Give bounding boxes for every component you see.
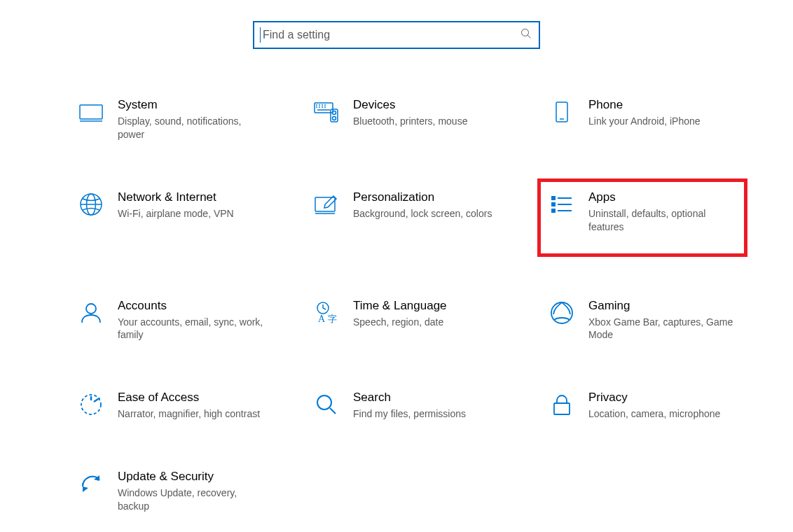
svg-rect-41 bbox=[554, 403, 570, 414]
card-title: Devices bbox=[353, 98, 467, 112]
settings-card-search[interactable]: Search Find my files, permissions bbox=[305, 384, 516, 428]
svg-line-1 bbox=[527, 35, 530, 38]
ease-of-access-icon bbox=[77, 391, 105, 419]
search-input[interactable] bbox=[261, 28, 520, 42]
card-subtitle: Wi-Fi, airplane mode, VPN bbox=[118, 207, 234, 220]
card-subtitle: Find my files, permissions bbox=[353, 407, 466, 421]
card-subtitle: Location, camera, microphone bbox=[588, 407, 720, 421]
svg-point-39 bbox=[317, 396, 331, 410]
personalization-icon bbox=[312, 190, 340, 218]
time-language-icon: A 字 bbox=[312, 299, 340, 327]
card-title: Privacy bbox=[588, 391, 720, 405]
svg-rect-2 bbox=[80, 105, 102, 119]
settings-card-system[interactable]: System Display, sound, notifications, po… bbox=[70, 91, 280, 148]
text-caret bbox=[260, 27, 261, 43]
settings-card-phone[interactable]: Phone Link your Android, iPhone bbox=[541, 91, 751, 148]
svg-rect-24 bbox=[552, 197, 555, 200]
gaming-icon bbox=[548, 299, 576, 327]
card-title: Apps bbox=[588, 190, 736, 204]
svg-point-30 bbox=[86, 304, 96, 314]
card-title: Accounts bbox=[118, 299, 265, 313]
apps-icon bbox=[548, 190, 576, 218]
svg-text:A: A bbox=[318, 314, 326, 324]
card-title: Time & Language bbox=[353, 299, 447, 313]
svg-rect-25 bbox=[552, 203, 555, 206]
settings-card-ease-of-access[interactable]: Ease of Access Narrator, magnifier, high… bbox=[70, 384, 280, 428]
card-title: Ease of Access bbox=[118, 391, 260, 405]
devices-icon bbox=[312, 98, 340, 126]
phone-icon bbox=[548, 98, 576, 126]
card-title: Update & Security bbox=[118, 470, 265, 484]
globe-icon bbox=[77, 190, 105, 218]
card-subtitle: Background, lock screen, colors bbox=[353, 207, 492, 220]
settings-card-network[interactable]: Network & Internet Wi-Fi, airplane mode,… bbox=[70, 183, 280, 257]
settings-card-personalization[interactable]: Personalization Background, lock screen,… bbox=[305, 183, 516, 257]
card-title: Search bbox=[353, 391, 466, 405]
card-subtitle: Windows Update, recovery, backup bbox=[118, 486, 265, 513]
card-subtitle: Display, sound, notifications, power bbox=[118, 115, 265, 141]
svg-marker-43 bbox=[83, 486, 88, 492]
svg-rect-26 bbox=[552, 209, 555, 212]
card-title: Phone bbox=[588, 98, 701, 112]
svg-point-0 bbox=[522, 29, 529, 36]
card-title: Network & Internet bbox=[118, 190, 234, 204]
card-subtitle: Link your Android, iPhone bbox=[588, 115, 701, 128]
card-title: Gaming bbox=[588, 299, 736, 313]
card-title: System bbox=[118, 98, 265, 112]
update-icon bbox=[77, 470, 105, 498]
card-subtitle: Bluetooth, printers, mouse bbox=[353, 115, 467, 128]
svg-text:字: 字 bbox=[328, 314, 337, 324]
settings-card-gaming[interactable]: Gaming Xbox Game Bar, captures, Game Mod… bbox=[541, 292, 751, 349]
accounts-icon bbox=[77, 299, 105, 327]
card-title: Personalization bbox=[353, 190, 492, 204]
lock-icon bbox=[548, 391, 576, 419]
settings-card-accounts[interactable]: Accounts Your accounts, email, sync, wor… bbox=[70, 292, 280, 349]
svg-rect-4 bbox=[315, 103, 333, 113]
settings-card-time-language[interactable]: A 字 Time & Language Speech, region, date bbox=[305, 292, 516, 349]
card-subtitle: Xbox Game Bar, captures, Game Mode bbox=[588, 316, 736, 342]
search-category-icon bbox=[312, 391, 340, 419]
svg-line-33 bbox=[323, 308, 326, 309]
card-subtitle: Speech, region, date bbox=[353, 316, 447, 329]
svg-point-16 bbox=[333, 117, 336, 120]
settings-card-update-security[interactable]: Update & Security Windows Update, recove… bbox=[70, 463, 280, 520]
settings-grid: System Display, sound, notifications, po… bbox=[0, 91, 793, 520]
settings-card-privacy[interactable]: Privacy Location, camera, microphone bbox=[541, 384, 751, 428]
card-subtitle: Your accounts, email, sync, work, family bbox=[118, 316, 265, 342]
system-icon bbox=[77, 98, 105, 126]
svg-line-40 bbox=[330, 408, 336, 414]
search-box[interactable] bbox=[253, 21, 540, 49]
svg-point-15 bbox=[333, 111, 336, 115]
settings-card-devices[interactable]: Devices Bluetooth, printers, mouse bbox=[305, 91, 516, 148]
search-container bbox=[0, 0, 793, 91]
card-subtitle: Uninstall, defaults, optional features bbox=[588, 207, 736, 234]
search-icon bbox=[520, 28, 532, 42]
settings-card-apps[interactable]: Apps Uninstall, defaults, optional featu… bbox=[537, 178, 747, 257]
card-subtitle: Narrator, magnifier, high contrast bbox=[118, 407, 260, 421]
